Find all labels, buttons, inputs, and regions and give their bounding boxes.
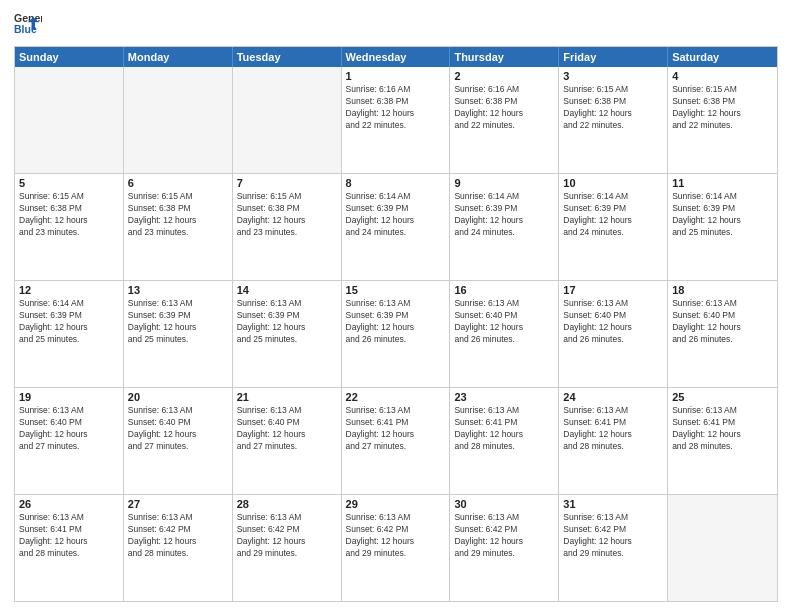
day-info: Sunrise: 6:15 AM Sunset: 6:38 PM Dayligh… — [563, 84, 663, 132]
calendar-row-4: 19Sunrise: 6:13 AM Sunset: 6:40 PM Dayli… — [15, 388, 777, 495]
day-number: 7 — [237, 177, 337, 189]
day-number: 23 — [454, 391, 554, 403]
day-info: Sunrise: 6:16 AM Sunset: 6:38 PM Dayligh… — [454, 84, 554, 132]
day-info: Sunrise: 6:13 AM Sunset: 6:40 PM Dayligh… — [128, 405, 228, 453]
calendar-row-5: 26Sunrise: 6:13 AM Sunset: 6:41 PM Dayli… — [15, 495, 777, 601]
day-of-week-wednesday: Wednesday — [342, 47, 451, 67]
day-number: 18 — [672, 284, 773, 296]
calendar-cell-r3c3: 14Sunrise: 6:13 AM Sunset: 6:39 PM Dayli… — [233, 281, 342, 387]
day-of-week-thursday: Thursday — [450, 47, 559, 67]
calendar-cell-r3c2: 13Sunrise: 6:13 AM Sunset: 6:39 PM Dayli… — [124, 281, 233, 387]
calendar-cell-r1c6: 3Sunrise: 6:15 AM Sunset: 6:38 PM Daylig… — [559, 67, 668, 173]
day-number: 29 — [346, 498, 446, 510]
day-number: 1 — [346, 70, 446, 82]
day-number: 28 — [237, 498, 337, 510]
day-number: 26 — [19, 498, 119, 510]
day-info: Sunrise: 6:14 AM Sunset: 6:39 PM Dayligh… — [672, 191, 773, 239]
calendar-cell-r5c1: 26Sunrise: 6:13 AM Sunset: 6:41 PM Dayli… — [15, 495, 124, 601]
calendar-cell-r4c6: 24Sunrise: 6:13 AM Sunset: 6:41 PM Dayli… — [559, 388, 668, 494]
day-info: Sunrise: 6:13 AM Sunset: 6:42 PM Dayligh… — [237, 512, 337, 560]
calendar-header: SundayMondayTuesdayWednesdayThursdayFrid… — [15, 47, 777, 67]
day-number: 5 — [19, 177, 119, 189]
day-number: 25 — [672, 391, 773, 403]
day-info: Sunrise: 6:13 AM Sunset: 6:40 PM Dayligh… — [237, 405, 337, 453]
day-info: Sunrise: 6:13 AM Sunset: 6:41 PM Dayligh… — [563, 405, 663, 453]
calendar-cell-r1c2 — [124, 67, 233, 173]
day-number: 2 — [454, 70, 554, 82]
day-info: Sunrise: 6:13 AM Sunset: 6:39 PM Dayligh… — [128, 298, 228, 346]
day-info: Sunrise: 6:15 AM Sunset: 6:38 PM Dayligh… — [237, 191, 337, 239]
day-number: 6 — [128, 177, 228, 189]
day-number: 27 — [128, 498, 228, 510]
calendar-body: 1Sunrise: 6:16 AM Sunset: 6:38 PM Daylig… — [15, 67, 777, 601]
day-number: 19 — [19, 391, 119, 403]
day-info: Sunrise: 6:14 AM Sunset: 6:39 PM Dayligh… — [19, 298, 119, 346]
day-number: 8 — [346, 177, 446, 189]
day-number: 17 — [563, 284, 663, 296]
day-number: 3 — [563, 70, 663, 82]
calendar-cell-r5c7 — [668, 495, 777, 601]
day-info: Sunrise: 6:13 AM Sunset: 6:40 PM Dayligh… — [454, 298, 554, 346]
day-info: Sunrise: 6:13 AM Sunset: 6:42 PM Dayligh… — [454, 512, 554, 560]
calendar-cell-r2c2: 6Sunrise: 6:15 AM Sunset: 6:38 PM Daylig… — [124, 174, 233, 280]
day-info: Sunrise: 6:13 AM Sunset: 6:41 PM Dayligh… — [19, 512, 119, 560]
calendar-cell-r1c4: 1Sunrise: 6:16 AM Sunset: 6:38 PM Daylig… — [342, 67, 451, 173]
calendar-row-3: 12Sunrise: 6:14 AM Sunset: 6:39 PM Dayli… — [15, 281, 777, 388]
day-number: 15 — [346, 284, 446, 296]
day-info: Sunrise: 6:15 AM Sunset: 6:38 PM Dayligh… — [672, 84, 773, 132]
day-of-week-friday: Friday — [559, 47, 668, 67]
day-info: Sunrise: 6:13 AM Sunset: 6:40 PM Dayligh… — [563, 298, 663, 346]
calendar-row-2: 5Sunrise: 6:15 AM Sunset: 6:38 PM Daylig… — [15, 174, 777, 281]
day-info: Sunrise: 6:13 AM Sunset: 6:41 PM Dayligh… — [454, 405, 554, 453]
day-number: 4 — [672, 70, 773, 82]
day-info: Sunrise: 6:13 AM Sunset: 6:42 PM Dayligh… — [346, 512, 446, 560]
calendar-cell-r1c3 — [233, 67, 342, 173]
calendar-cell-r5c2: 27Sunrise: 6:13 AM Sunset: 6:42 PM Dayli… — [124, 495, 233, 601]
day-info: Sunrise: 6:14 AM Sunset: 6:39 PM Dayligh… — [346, 191, 446, 239]
day-info: Sunrise: 6:13 AM Sunset: 6:42 PM Dayligh… — [563, 512, 663, 560]
calendar-cell-r4c1: 19Sunrise: 6:13 AM Sunset: 6:40 PM Dayli… — [15, 388, 124, 494]
calendar-cell-r4c4: 22Sunrise: 6:13 AM Sunset: 6:41 PM Dayli… — [342, 388, 451, 494]
day-info: Sunrise: 6:13 AM Sunset: 6:40 PM Dayligh… — [19, 405, 119, 453]
page: General Blue SundayMondayTuesdayWednesda… — [0, 0, 792, 612]
day-info: Sunrise: 6:14 AM Sunset: 6:39 PM Dayligh… — [454, 191, 554, 239]
calendar-cell-r2c5: 9Sunrise: 6:14 AM Sunset: 6:39 PM Daylig… — [450, 174, 559, 280]
day-of-week-saturday: Saturday — [668, 47, 777, 67]
day-info: Sunrise: 6:13 AM Sunset: 6:39 PM Dayligh… — [346, 298, 446, 346]
calendar-cell-r1c1 — [15, 67, 124, 173]
day-info: Sunrise: 6:14 AM Sunset: 6:39 PM Dayligh… — [563, 191, 663, 239]
day-number: 24 — [563, 391, 663, 403]
day-number: 20 — [128, 391, 228, 403]
day-info: Sunrise: 6:16 AM Sunset: 6:38 PM Dayligh… — [346, 84, 446, 132]
day-number: 21 — [237, 391, 337, 403]
day-number: 12 — [19, 284, 119, 296]
day-number: 10 — [563, 177, 663, 189]
day-info: Sunrise: 6:13 AM Sunset: 6:42 PM Dayligh… — [128, 512, 228, 560]
day-info: Sunrise: 6:15 AM Sunset: 6:38 PM Dayligh… — [128, 191, 228, 239]
calendar-cell-r4c5: 23Sunrise: 6:13 AM Sunset: 6:41 PM Dayli… — [450, 388, 559, 494]
day-info: Sunrise: 6:13 AM Sunset: 6:41 PM Dayligh… — [672, 405, 773, 453]
day-info: Sunrise: 6:13 AM Sunset: 6:41 PM Dayligh… — [346, 405, 446, 453]
calendar-cell-r4c2: 20Sunrise: 6:13 AM Sunset: 6:40 PM Dayli… — [124, 388, 233, 494]
calendar-cell-r5c6: 31Sunrise: 6:13 AM Sunset: 6:42 PM Dayli… — [559, 495, 668, 601]
calendar-cell-r3c7: 18Sunrise: 6:13 AM Sunset: 6:40 PM Dayli… — [668, 281, 777, 387]
calendar-cell-r4c3: 21Sunrise: 6:13 AM Sunset: 6:40 PM Dayli… — [233, 388, 342, 494]
day-number: 31 — [563, 498, 663, 510]
day-number: 22 — [346, 391, 446, 403]
day-number: 16 — [454, 284, 554, 296]
calendar-cell-r5c4: 29Sunrise: 6:13 AM Sunset: 6:42 PM Dayli… — [342, 495, 451, 601]
calendar-cell-r1c5: 2Sunrise: 6:16 AM Sunset: 6:38 PM Daylig… — [450, 67, 559, 173]
day-number: 30 — [454, 498, 554, 510]
calendar-cell-r3c5: 16Sunrise: 6:13 AM Sunset: 6:40 PM Dayli… — [450, 281, 559, 387]
calendar-cell-r2c7: 11Sunrise: 6:14 AM Sunset: 6:39 PM Dayli… — [668, 174, 777, 280]
calendar-cell-r2c6: 10Sunrise: 6:14 AM Sunset: 6:39 PM Dayli… — [559, 174, 668, 280]
day-of-week-monday: Monday — [124, 47, 233, 67]
logo: General Blue — [14, 10, 46, 38]
calendar-cell-r5c5: 30Sunrise: 6:13 AM Sunset: 6:42 PM Dayli… — [450, 495, 559, 601]
calendar-row-1: 1Sunrise: 6:16 AM Sunset: 6:38 PM Daylig… — [15, 67, 777, 174]
calendar-cell-r2c1: 5Sunrise: 6:15 AM Sunset: 6:38 PM Daylig… — [15, 174, 124, 280]
day-number: 13 — [128, 284, 228, 296]
calendar-cell-r1c7: 4Sunrise: 6:15 AM Sunset: 6:38 PM Daylig… — [668, 67, 777, 173]
day-number: 11 — [672, 177, 773, 189]
calendar-cell-r3c6: 17Sunrise: 6:13 AM Sunset: 6:40 PM Dayli… — [559, 281, 668, 387]
